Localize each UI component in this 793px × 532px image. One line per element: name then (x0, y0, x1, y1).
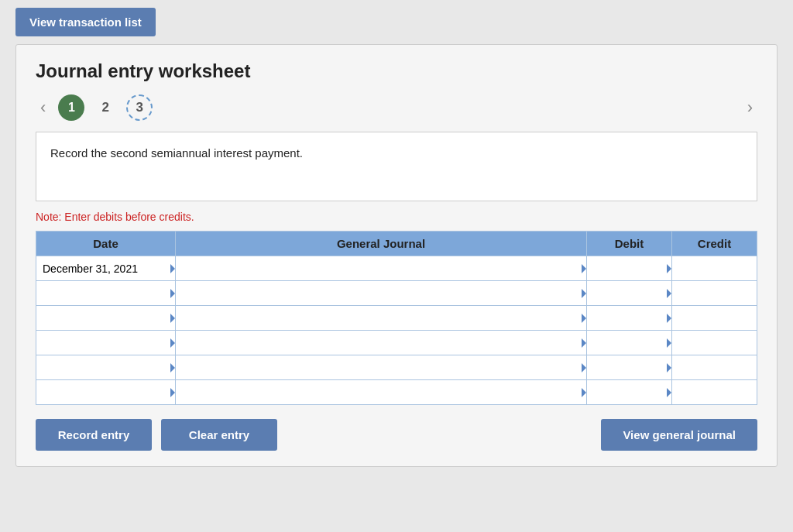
credit-input[interactable] (672, 331, 757, 355)
date-input[interactable] (36, 355, 175, 379)
table-row (36, 331, 757, 355)
table-row (36, 380, 757, 405)
journal-cell (176, 281, 587, 306)
credit-cell (672, 355, 757, 380)
journal-input[interactable] (176, 281, 586, 305)
journal-cell (176, 380, 587, 405)
top-bar: View transaction list (0, 0, 793, 44)
main-card: Journal entry worksheet ‹ 1 2 3 › Record… (15, 44, 778, 467)
debit-input[interactable] (587, 281, 671, 305)
credit-cell (672, 380, 757, 405)
record-entry-button[interactable]: Record entry (36, 419, 152, 451)
debit-input[interactable] (587, 256, 671, 280)
credit-cell (672, 306, 757, 331)
journal-cell (176, 256, 587, 281)
date-cell (36, 256, 176, 281)
journal-cell (176, 331, 587, 355)
credit-input[interactable] (672, 256, 757, 280)
journal-input[interactable] (176, 355, 586, 379)
col-header-debit: Debit (587, 232, 672, 256)
journal-input[interactable] (176, 331, 586, 355)
step-2-circle[interactable]: 2 (92, 94, 118, 121)
credit-cell (672, 281, 757, 306)
table-row (36, 281, 757, 306)
credit-input[interactable] (672, 355, 757, 379)
clear-entry-button[interactable]: Clear entry (161, 419, 277, 451)
col-header-credit: Credit (672, 232, 757, 256)
view-transaction-button[interactable]: View transaction list (15, 8, 156, 36)
step-3-circle[interactable]: 3 (126, 94, 153, 121)
date-cell (36, 306, 176, 331)
steps-nav: ‹ 1 2 3 › (36, 94, 757, 121)
credit-input[interactable] (672, 281, 757, 305)
debit-input[interactable] (587, 306, 671, 330)
debit-cell (587, 281, 672, 306)
debit-input[interactable] (587, 380, 671, 404)
date-input[interactable] (36, 256, 175, 280)
debit-cell (587, 380, 672, 405)
debit-cell (587, 306, 672, 331)
credit-input[interactable] (672, 306, 757, 330)
journal-input[interactable] (176, 306, 586, 330)
debit-cell (587, 256, 672, 281)
journal-cell (176, 355, 587, 380)
instruction-box: Record the second semiannual interest pa… (36, 132, 757, 201)
next-arrow-icon[interactable]: › (743, 98, 757, 118)
step-1-circle[interactable]: 1 (58, 94, 84, 121)
credit-cell (672, 256, 757, 281)
journal-table: Date General Journal Debit Credit (36, 231, 757, 405)
debit-cell (587, 331, 672, 355)
date-cell (36, 355, 176, 380)
debit-input[interactable] (587, 355, 671, 379)
note-text: Note: Enter debits before credits. (36, 211, 757, 223)
table-row (36, 256, 757, 281)
credit-input[interactable] (672, 380, 757, 404)
journal-input[interactable] (176, 380, 586, 404)
col-header-date: Date (36, 232, 176, 256)
table-row (36, 355, 757, 380)
date-input[interactable] (36, 331, 175, 355)
bottom-buttons: Record entry Clear entry View general jo… (36, 419, 757, 451)
prev-arrow-icon[interactable]: ‹ (36, 98, 50, 118)
date-cell (36, 331, 176, 355)
card-title: Journal entry worksheet (36, 60, 757, 82)
journal-input[interactable] (176, 256, 586, 280)
date-cell (36, 281, 176, 306)
view-general-journal-button[interactable]: View general journal (601, 419, 757, 451)
journal-cell (176, 306, 587, 331)
date-cell (36, 380, 176, 405)
date-input[interactable] (36, 281, 175, 305)
debit-cell (587, 355, 672, 380)
col-header-journal: General Journal (176, 232, 587, 256)
credit-cell (672, 331, 757, 355)
debit-input[interactable] (587, 331, 671, 355)
table-row (36, 306, 757, 331)
date-input[interactable] (36, 306, 175, 330)
date-input[interactable] (36, 380, 175, 404)
